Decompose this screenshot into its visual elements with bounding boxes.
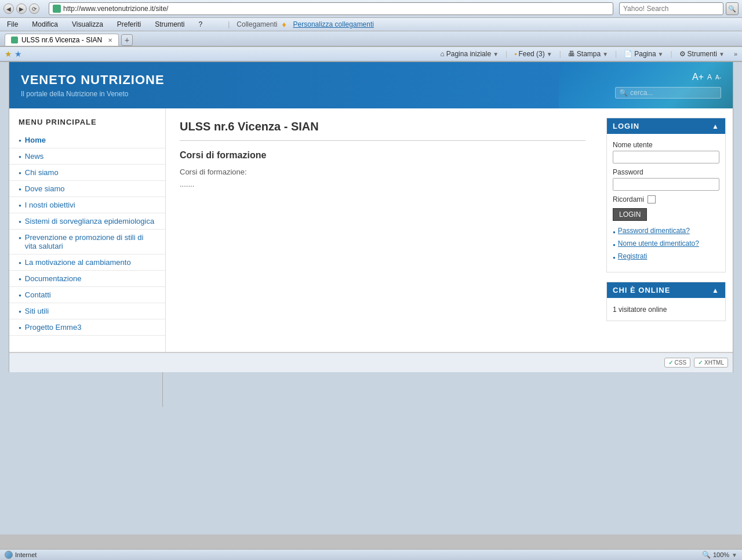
browser-menubar: File Modifica Visualizza Preferiti Strum… [0, 18, 742, 31]
sidebar-label-news: News [25, 152, 44, 161]
sidebar-bullet-sitiutili: ● [19, 309, 21, 314]
font-decrease-button[interactable]: A- [715, 74, 721, 81]
xhtml-badge[interactable]: ✓ XHTML [694, 358, 728, 368]
home-chevron: ▼ [493, 51, 499, 57]
sidebar-item-home[interactable]: ● Home [9, 132, 165, 148]
browser-search-button[interactable]: 🔍 [726, 2, 739, 15]
xhtml-badge-label: XHTML [704, 359, 724, 366]
menu-file[interactable]: File [5, 19, 20, 30]
site-search-box[interactable]: 🔍 [615, 87, 721, 99]
menu-visualizza[interactable]: Visualizza [70, 19, 106, 30]
tab-favicon [11, 37, 18, 43]
sidebar-menu-title: MENU PRINCIPALE [9, 118, 165, 132]
section-title: Corsi di formazione [180, 150, 585, 161]
url-bar[interactable]: http://www.venetonutrizione.it/site/ [49, 2, 613, 15]
feed-icon: ▪ [514, 50, 517, 58]
menu-preferiti[interactable]: Preferiti [115, 19, 143, 30]
section-content: ....... [180, 180, 585, 188]
site-search-icon: 🔍 [619, 89, 628, 97]
toolbar-page[interactable]: 📄 Pagina ▼ [620, 49, 667, 59]
site-title: VENETO NUTRIZIONE [21, 72, 165, 88]
menu-help[interactable]: ? [197, 19, 205, 30]
sidebar-label-documentazione: Documentazione [25, 274, 82, 283]
below-footer [0, 372, 742, 534]
browser-toolbar: ★ ★ ⌂ Pagina iniziale ▼ | ▪ Feed (3) ▼ |… [0, 47, 742, 61]
register-link[interactable]: Registrati [618, 252, 648, 260]
username-input[interactable] [613, 151, 719, 163]
back-button[interactable]: ◀ [3, 3, 14, 14]
login-widget-title: LOGIN [613, 122, 639, 130]
print-label: Stampa [577, 50, 601, 58]
sidebar-item-news[interactable]: ● News [9, 148, 165, 165]
sidebar-label-sitiutili: Siti utili [25, 307, 49, 315]
font-normal-button[interactable]: A [707, 73, 712, 81]
feed-chevron: ▼ [547, 51, 552, 57]
add-favorites-icon[interactable]: ★ [14, 49, 22, 59]
sidebar-label-motivazione: La motivazione al cambiamento [25, 258, 131, 267]
toolbar-feed[interactable]: ▪ Feed (3) ▼ [511, 49, 556, 59]
toolbar-home[interactable]: ⌂ Pagina iniziale ▼ [437, 49, 502, 59]
site-search-input[interactable] [630, 89, 717, 97]
menu-strumenti[interactable]: Strumenti [152, 19, 187, 30]
main-content: ULSS nr.6 Vicenza - SIAN Corsi di formaz… [166, 108, 599, 352]
site-footer: ✓ CSS ✓ XHTML [9, 352, 733, 372]
right-sidebar: LOGIN ▲ Nome utente Password Ricordami L… [599, 108, 733, 352]
login-widget-header: LOGIN ▲ [607, 118, 725, 134]
expand-icon[interactable]: » [734, 50, 737, 57]
xhtml-check-icon: ✓ [698, 359, 703, 366]
browser-search-input[interactable] [619, 2, 723, 15]
sidebar-label-chisiamo: Chi siamo [25, 168, 59, 177]
css-badge[interactable]: ✓ CSS [664, 358, 691, 368]
new-tab-button[interactable]: + [121, 34, 133, 46]
toolbar-print[interactable]: 🖶 Stampa ▼ [565, 49, 612, 59]
links-icon: ♦ [282, 20, 286, 29]
sidebar-bullet-sorveglianza: ● [19, 219, 21, 224]
favorites-star-icon[interactable]: ★ [5, 49, 12, 59]
sidebar-label-prevenzione: Prevenzione e promozione di stili di vit… [25, 233, 156, 250]
sidebar-item-dovesiamo[interactable]: ● Dove siamo [9, 181, 165, 197]
browser-tab-active[interactable]: ULSS nr.6 Vicenza - SIAN ✕ [5, 34, 119, 46]
toolbar-sep-1: | [505, 50, 507, 58]
tools-label: Strumenti [688, 50, 717, 58]
forgot-username-link[interactable]: Nome utente dimenticato? [618, 239, 699, 248]
sidebar-item-sitiutili[interactable]: ● Siti utili [9, 303, 165, 319]
sidebar-item-motivazione[interactable]: ● La motivazione al cambiamento [9, 254, 165, 271]
sidebar-item-obiettivi[interactable]: ● I nostri obiettivi [9, 197, 165, 213]
browser-titlebar: ◀ ▶ ⟳ http://www.venetonutrizione.it/sit… [0, 0, 742, 18]
sidebar-label-sorveglianza: Sistemi di sorveglianza epidemiologica [25, 217, 154, 226]
sidebar-bullet-documentazione: ● [19, 277, 21, 282]
toolbar-tools[interactable]: ⚙ Strumenti ▼ [676, 49, 728, 59]
print-chevron: ▼ [602, 51, 608, 57]
password-input[interactable] [613, 178, 719, 191]
font-increase-button[interactable]: A+ [692, 72, 704, 82]
page-label: Pagina [634, 50, 656, 58]
personalize-link[interactable]: Personalizza collegamenti [291, 19, 376, 30]
menu-modifica[interactable]: Modifica [30, 19, 60, 30]
login-widget-collapse[interactable]: ▲ [712, 122, 719, 130]
tab-close-button[interactable]: ✕ [108, 37, 112, 43]
sidebar-item-contatti[interactable]: ● Contatti [9, 287, 165, 303]
sidebar-item-documentazione[interactable]: ● Documentazione [9, 271, 165, 287]
forward-button[interactable]: ▶ [16, 3, 27, 14]
sidebar-item-sorveglianza[interactable]: ● Sistemi di sorveglianza epidemiologica [9, 213, 165, 230]
sidebar-bullet-contatti: ● [19, 293, 21, 298]
sidebar-item-progetto[interactable]: ● Progetto Emme3 [9, 319, 165, 336]
sidebar-item-prevenzione[interactable]: ● Prevenzione e promozione di stili di v… [9, 230, 165, 254]
sidebar-bullet-news: ● [19, 154, 21, 159]
remember-row: Ricordami [613, 195, 719, 203]
browser-chrome: ◀ ▶ ⟳ http://www.venetonutrizione.it/sit… [0, 0, 742, 62]
online-widget-collapse[interactable]: ▲ [712, 286, 719, 294]
site-title-area: VENETO NUTRIZIONE Il portale della Nutri… [21, 72, 165, 98]
online-widget-header: CHI È ONLINE ▲ [607, 282, 725, 298]
sidebar-item-chisiamo[interactable]: ● Chi siamo [9, 165, 165, 181]
remember-checkbox[interactable] [648, 195, 656, 203]
site-favicon [53, 5, 61, 13]
sidebar-label-contatti: Contatti [25, 290, 51, 299]
toolbar-sep-4: | [670, 50, 672, 58]
links-area: | Collegamenti ♦ Personalizza collegamen… [225, 19, 376, 30]
refresh-button[interactable]: ⟳ [29, 3, 39, 14]
sidebar-bullet-obiettivi: ● [19, 203, 21, 208]
font-controls: A+ A A- [692, 72, 721, 82]
login-button[interactable]: LOGIN [613, 208, 647, 221]
forgot-password-link[interactable]: Password dimenticata? [618, 227, 690, 235]
